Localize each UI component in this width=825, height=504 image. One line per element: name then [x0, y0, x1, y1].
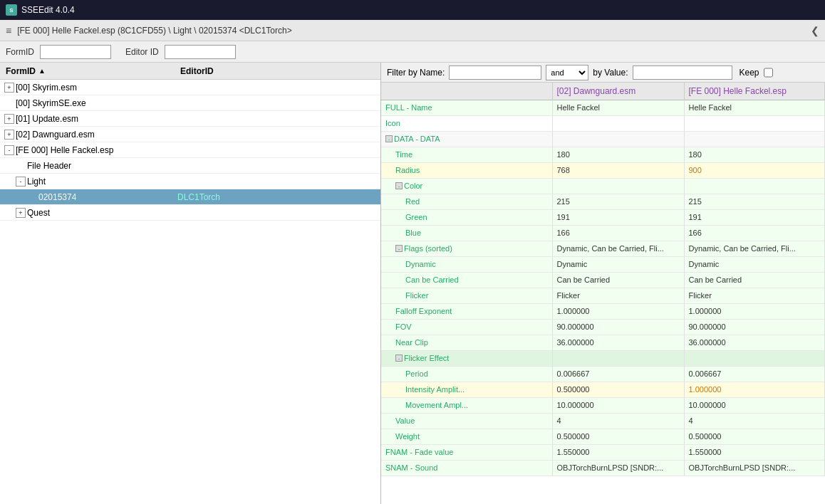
back-arrow-icon[interactable]: ❮	[811, 25, 819, 36]
expand-icon[interactable]: +	[16, 208, 26, 218]
tree-row[interactable]: +[00] Skyrim.esm	[0, 80, 380, 95]
dawnguard-value: Can be Carried	[552, 272, 684, 288]
formid-cell: File Header	[0, 161, 175, 171]
helle-fackel-value: 36.000000	[684, 335, 825, 350]
table-row[interactable]: Can be CarriedCan be CarriedCan be Carri…	[381, 272, 825, 288]
tree-row[interactable]: -Light	[0, 174, 380, 189]
tree-row[interactable]: +[01] Update.esm	[0, 111, 380, 127]
table-row[interactable]: FOV90.00000090.000000	[381, 319, 825, 335]
field-label: FOV	[395, 322, 412, 331]
menu-icon[interactable]: ≡	[6, 25, 11, 36]
helle-fackel-value: OBJTorchBurnLPSD [SNDR:...	[684, 460, 825, 476]
tree-content[interactable]: +[00] Skyrim.esm[00] SkyrimSE.exe+[01] U…	[0, 80, 380, 504]
tree-row[interactable]: +[02] Dawnguard.esm	[0, 127, 380, 142]
field-label-cell: Blue	[381, 225, 552, 241]
table-row[interactable]: Green191191	[381, 209, 825, 225]
helle-fackel-value: 1.000000	[684, 303, 825, 319]
table-row[interactable]: -Color	[381, 178, 825, 194]
dawnguard-value: 1.000000	[552, 303, 684, 319]
field-label: Radius	[395, 166, 420, 174]
tree-row[interactable]: 02015374DLC1Torch	[0, 189, 380, 205]
dawnguard-value: OBJTorchBurnLPSD [SNDR:...	[552, 460, 684, 476]
table-row[interactable]: Icon	[381, 115, 825, 131]
filter-name-input[interactable]	[449, 65, 541, 80]
field-label: Icon	[385, 119, 400, 127]
collapse-icon[interactable]: -	[395, 355, 403, 362]
filter-value-input[interactable]	[633, 65, 732, 80]
field-label-cell: Can be Carried	[381, 272, 552, 288]
table-row[interactable]: Movement Ampl...10.00000010.000000	[381, 397, 825, 413]
table-row[interactable]: Weight0.5000000.500000	[381, 429, 825, 444]
formid-column-header[interactable]: FormID ▲	[0, 66, 175, 76]
helle-fackel-value: 4	[684, 413, 825, 429]
helle-fackel-value: 1.000000	[684, 382, 825, 397]
tree-row[interactable]: File Header	[0, 158, 380, 174]
helle-fackel-value: Flicker	[684, 288, 825, 303]
collapse-icon[interactable]: -	[395, 182, 403, 189]
table-row[interactable]: -DATA - DATA	[381, 131, 825, 147]
tree-row[interactable]: -[FE 000] Helle Fackel.esp	[0, 142, 380, 158]
table-row[interactable]: FULL - NameHelle FackelHelle Fackel	[381, 100, 825, 115]
dawnguard-value: 215	[552, 194, 684, 209]
field-label-cell: Movement Ampl...	[381, 397, 552, 413]
formid-cell: -[FE 000] Helle Fackel.esp	[0, 145, 175, 155]
keep-checkbox[interactable]	[764, 65, 773, 80]
collapse-icon[interactable]: -	[385, 135, 393, 142]
tree-row[interactable]: [00] SkyrimSE.exe	[0, 95, 380, 111]
collapse-icon[interactable]: -	[395, 245, 403, 252]
col-dawnguard-header: [02] Dawnguard.esm	[552, 83, 684, 100]
field-label: Flags (sorted)	[404, 244, 452, 253]
field-label-cell: Green	[381, 209, 552, 225]
table-row[interactable]: Intensity Amplit...0.5000001.000000	[381, 382, 825, 397]
tree-formid-label: [00] SkyrimSE.exe	[16, 98, 86, 108]
table-row[interactable]: Radius768900	[381, 162, 825, 178]
dawnguard-value: 0.500000	[552, 429, 684, 444]
data-table-container[interactable]: [02] Dawnguard.esm [FE 000] Helle Fackel…	[381, 83, 825, 504]
dawnguard-value: 10.000000	[552, 397, 684, 413]
editorid-column-header[interactable]: EditorID	[175, 66, 380, 76]
table-row[interactable]: Falloff Exponent1.0000001.000000	[381, 303, 825, 319]
table-row[interactable]: SNAM - SoundOBJTorchBurnLPSD [SNDR:...OB…	[381, 460, 825, 476]
editor-id-input[interactable]	[165, 45, 236, 59]
field-label: Weight	[395, 432, 420, 441]
table-row[interactable]: Red215215	[381, 194, 825, 209]
table-row[interactable]: Blue166166	[381, 225, 825, 241]
formid-input[interactable]	[40, 45, 111, 59]
formid-cell: [00] SkyrimSE.exe	[0, 98, 175, 108]
filter-by-value-label: by Value:	[593, 68, 628, 78]
table-row[interactable]: FNAM - Fade value1.5500001.550000	[381, 444, 825, 460]
table-row[interactable]: DynamicDynamicDynamic	[381, 256, 825, 272]
tree-formid-label: File Header	[27, 161, 71, 171]
field-label: Time	[395, 150, 412, 159]
filter-and-select[interactable]: andor	[546, 65, 588, 80]
field-label: Blue	[405, 229, 421, 237]
field-label-cell: Falloff Exponent	[381, 303, 552, 319]
table-row[interactable]: -Flicker Effect	[381, 350, 825, 366]
table-row[interactable]: FlickerFlickerFlicker	[381, 288, 825, 303]
table-row[interactable]: Value44	[381, 413, 825, 429]
collapse-icon[interactable]: -	[4, 145, 14, 155]
keep-label: Keep	[740, 68, 759, 78]
tree-panel: FormID ▲ EditorID +[00] Skyrim.esm[00] S…	[0, 63, 381, 504]
table-row[interactable]: Period0.0066670.006667	[381, 366, 825, 382]
field-label-cell: Red	[381, 194, 552, 209]
breadcrumb-bar: ≡ [FE 000] Helle Fackel.esp (8C1CFD55) \…	[0, 20, 825, 41]
tree-row[interactable]: +Quest	[0, 205, 380, 221]
collapse-icon[interactable]: -	[16, 177, 26, 187]
dawnguard-value: 768	[552, 162, 684, 178]
field-label-cell: -Color	[381, 178, 552, 194]
expand-icon[interactable]: +	[4, 114, 14, 124]
editor-id-label: Editor ID	[125, 47, 159, 57]
tree-formid-label: [00] Skyrim.esm	[16, 83, 77, 93]
tree-formid-label: [02] Dawnguard.esm	[16, 130, 95, 140]
expand-icon[interactable]: +	[4, 130, 14, 140]
table-row[interactable]: Time180180	[381, 147, 825, 162]
field-label: Intensity Amplit...	[405, 385, 465, 394]
helle-fackel-value: 0.006667	[684, 366, 825, 382]
field-label-cell: Value	[381, 413, 552, 429]
table-row[interactable]: -Flags (sorted)Dynamic, Can be Carried, …	[381, 241, 825, 256]
table-row[interactable]: Near Clip36.00000036.000000	[381, 335, 825, 350]
expand-icon[interactable]: +	[4, 83, 14, 93]
dawnguard-value: 191	[552, 209, 684, 225]
field-label: Falloff Exponent	[395, 307, 452, 315]
